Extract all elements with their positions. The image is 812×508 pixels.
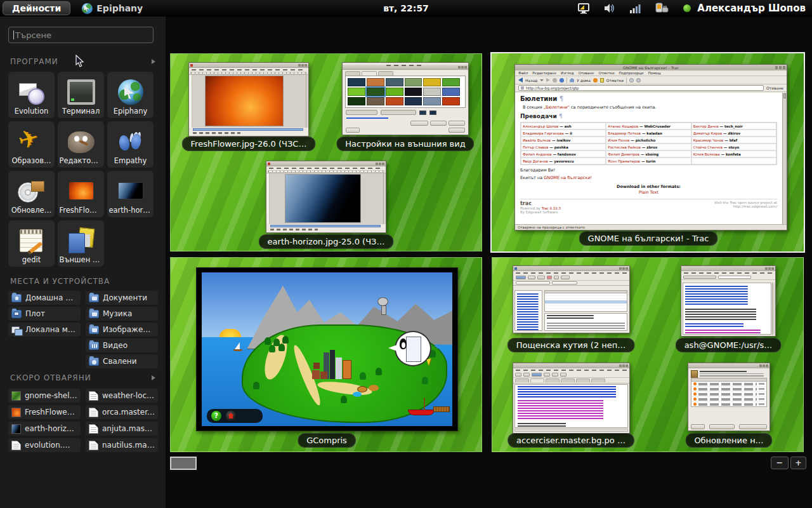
team-link[interactable]: GNOME на български! — [544, 175, 592, 180]
history-icon[interactable] — [593, 78, 598, 83]
translator-link[interactable]: Юлия Волкова — [693, 152, 720, 156]
back-dropdown-icon[interactable] — [540, 79, 544, 81]
app-tile[interactable]: earth-hori… — [107, 171, 154, 217]
reload-icon[interactable] — [560, 78, 564, 83]
recent-item[interactable]: gnome-shel… — [8, 389, 81, 403]
restore-button[interactable] — [410, 121, 428, 126]
bookmarks-label[interactable]: Отметки — [606, 78, 624, 83]
menu-item[interactable]: Отиване — [579, 71, 594, 75]
help-button[interactable] — [346, 128, 360, 133]
window-label[interactable]: FreshFlower.jpg-26.0 (ЧЗС… — [182, 137, 316, 151]
app-tile[interactable]: FreshFlow… — [58, 171, 104, 217]
wallpaper-thumb[interactable] — [423, 78, 441, 86]
color-swatch[interactable] — [429, 110, 436, 115]
recent-item[interactable]: FreshFlower… — [8, 405, 81, 419]
translator-link[interactable]: Филип Андонов — [523, 152, 551, 156]
wallpaper-thumb[interactable] — [442, 97, 460, 105]
translator-link[interactable]: Ясен Праматаров — [608, 159, 640, 163]
add-workspace-button[interactable]: + — [790, 457, 806, 469]
wallpaper-thumb[interactable] — [386, 97, 403, 105]
app-tile[interactable]: Редактор … — [58, 121, 104, 168]
back-label[interactable]: Назад — [525, 78, 537, 83]
app-tile[interactable]: Evolution — [8, 72, 55, 118]
wallpaper-thumb[interactable] — [367, 78, 384, 86]
user-menu[interactable]: Александър Шопов — [697, 3, 806, 14]
battery-icon[interactable] — [655, 3, 669, 14]
app-tile[interactable]: Външен в… — [58, 220, 104, 267]
home-label[interactable]: У дома — [577, 78, 591, 83]
window-gimp-freshflower[interactable] — [188, 62, 309, 137]
bookmarks-icon[interactable] — [600, 78, 604, 83]
translator-link[interactable]: Владимир Петков — [608, 131, 641, 135]
window-gimp-earth[interactable] — [266, 161, 386, 233]
recent-item[interactable]: anjuta.mast… — [86, 422, 158, 436]
place-item[interactable]: Плот — [8, 307, 81, 321]
window-label[interactable]: earth-horizon.jpg-25.0 (ЧЗ… — [259, 234, 394, 249]
workspace-2[interactable]: GNOME на български! - Trac ФайлРедактира… — [490, 52, 805, 253]
window-label[interactable]: Обновление н… — [685, 433, 772, 448]
app-tile[interactable]: Терминал — [58, 72, 104, 118]
h-scrollbar[interactable] — [270, 225, 381, 227]
stop-icon[interactable] — [553, 78, 557, 83]
network-signal-icon[interactable] — [630, 4, 641, 13]
window-epiphany-trac[interactable]: GNOME на български! - Trac ФайлРедактира… — [514, 64, 787, 231]
app-tile[interactable]: Epiphany — [107, 72, 154, 118]
window-label[interactable]: GCompris — [298, 433, 356, 448]
app-menu[interactable]: Epiphany — [82, 3, 143, 14]
wallpaper-grid[interactable] — [345, 76, 466, 108]
recent-item[interactable]: nautilus.mas… — [86, 438, 158, 452]
window-evolution[interactable] — [513, 265, 630, 333]
translator-link[interactable]: Владимира Гиргинова — [523, 131, 564, 135]
wallpaper-thumb[interactable] — [348, 97, 365, 105]
install-button[interactable] — [739, 424, 767, 429]
recent-expand-icon[interactable] — [152, 375, 155, 380]
add-button[interactable] — [449, 121, 465, 126]
wallpaper-thumb[interactable] — [442, 88, 460, 96]
h-scrollbar[interactable] — [193, 128, 303, 131]
window-appearance[interactable] — [342, 62, 469, 135]
wallpaper-thumb[interactable] — [423, 88, 441, 96]
translator-link[interactable]: Атанас Кошаров — [608, 124, 638, 128]
app-tile[interactable]: Обновле… — [8, 171, 55, 217]
menu-item[interactable]: Отметки — [598, 71, 614, 75]
workspace-4[interactable]: Пощенска кутия (2 неп… ash@GNOME:/usr/s… — [492, 257, 804, 452]
menu-item[interactable]: Подпрозорци — [619, 71, 644, 75]
zoom-out-icon[interactable] — [636, 78, 641, 83]
url-input[interactable]: http://fsa-bg.org/project/gtp — [518, 85, 764, 91]
translator-link[interactable]: Илия Пенев — [608, 138, 629, 142]
activity-bubble[interactable] — [395, 331, 431, 366]
translator-link[interactable]: Виктор Дачев — [693, 124, 719, 128]
wallpaper-thumb[interactable] — [442, 78, 460, 86]
forward-icon[interactable] — [546, 78, 550, 82]
translator-link[interactable]: Филип Димитров — [608, 152, 639, 156]
colors-dropdown[interactable] — [381, 110, 416, 115]
window-label[interactable]: accerciser.master.bg.po … — [508, 433, 634, 448]
wallpaper-thumb[interactable] — [405, 78, 422, 86]
search-input[interactable]: Търсене — [8, 27, 154, 43]
help-button[interactable] — [691, 424, 705, 429]
wallpaper-thumb[interactable] — [386, 88, 403, 96]
volume-icon[interactable] — [604, 3, 616, 13]
recent-item[interactable]: weather-loc… — [86, 389, 158, 403]
window-label[interactable]: ash@GNOME:/usr/s… — [676, 338, 782, 352]
window-label[interactable]: GNOME на български! - Trac — [579, 231, 718, 246]
wallpaper-thumb[interactable] — [348, 88, 365, 96]
place-item[interactable]: Изображен… — [86, 323, 158, 337]
menu-item[interactable]: Редактиране — [532, 71, 556, 75]
translator-link[interactable]: Ивайло Вълков — [523, 138, 551, 142]
wallpaper-thumb[interactable] — [386, 78, 403, 86]
wallpaper-thumb[interactable] — [423, 97, 441, 105]
app-tile[interactable]: Empathy — [107, 121, 154, 168]
get-more-link[interactable] — [346, 117, 388, 119]
remove-button[interactable] — [430, 121, 447, 126]
clock[interactable]: вт, 22:57 — [383, 3, 429, 13]
activities-button[interactable]: Дейности — [3, 1, 70, 15]
translator-link[interactable]: Ростислав Райков — [608, 145, 641, 149]
close-button[interactable] — [449, 128, 465, 133]
wallpaper-thumb[interactable] — [405, 88, 422, 96]
window-label[interactable]: Настройки на външния вид — [336, 137, 474, 151]
remove-workspace-button[interactable]: − — [771, 457, 789, 469]
menu-item[interactable]: Файл — [518, 71, 528, 75]
v-scrollbar[interactable] — [782, 93, 787, 224]
workspace-indicator[interactable] — [170, 457, 197, 470]
